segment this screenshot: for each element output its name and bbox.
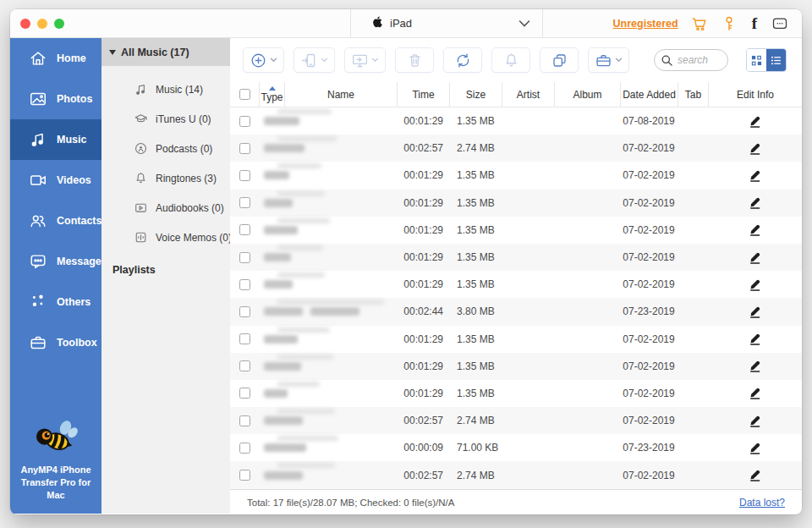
library-item-label: Audiobooks (0) [156, 202, 224, 214]
table-row[interactable]: 00:02:572.74 MB07-02-2019 [230, 461, 802, 488]
table-row[interactable]: 00:01:291.35 MB07-02-2019 [230, 271, 802, 298]
edit-info-button[interactable] [749, 360, 761, 372]
table-row[interactable]: 00:01:291.35 MB07-08-2019 [230, 107, 802, 135]
sidebar-item-others[interactable]: Others [10, 282, 102, 322]
table-row[interactable]: 00:01:291.35 MB07-02-2019 [230, 162, 802, 189]
export-to-computer-button[interactable] [344, 47, 386, 73]
table-row[interactable]: 00:01:291.35 MB07-02-2019 [230, 380, 802, 407]
row-checkbox[interactable] [239, 143, 250, 154]
column-header-date-added[interactable]: Date Added [620, 82, 678, 107]
add-button[interactable] [243, 47, 284, 73]
edit-info-button[interactable] [749, 223, 761, 236]
library-item-audiobooks[interactable]: Audiobooks (0) [102, 193, 230, 223]
date-added-cell: 07-02-2019 [620, 360, 678, 372]
photos-icon [29, 90, 47, 108]
date-added-cell: 07-02-2019 [620, 333, 678, 345]
select-all-checkbox[interactable] [239, 89, 250, 100]
library-item-ringtones[interactable]: Ringtones (3) [102, 163, 230, 193]
table-row[interactable]: 00:01:291.35 MB07-02-2019 [230, 326, 802, 353]
sidebar-item-videos[interactable]: Videos [10, 160, 102, 201]
device-selector[interactable]: iPad [350, 9, 543, 37]
library-item-itunes[interactable]: iTunes U (0) [102, 104, 230, 134]
column-header-name[interactable]: Name [284, 82, 397, 107]
row-checkbox[interactable] [239, 360, 250, 371]
sidebar-item-music[interactable]: Music [10, 119, 102, 160]
videos-icon [29, 171, 47, 190]
sidebar-item-home[interactable]: Home [10, 38, 102, 79]
export-to-device-button[interactable] [294, 47, 335, 73]
time-cell: 00:02:57 [397, 415, 449, 426]
edit-info-button[interactable] [749, 278, 761, 291]
row-checkbox[interactable] [239, 252, 250, 263]
delete-button[interactable] [395, 47, 434, 73]
close-window-button[interactable] [20, 19, 30, 29]
zoom-window-button[interactable] [54, 19, 64, 29]
row-checkbox[interactable] [239, 443, 250, 454]
edit-info-button[interactable] [749, 333, 761, 345]
edit-info-button[interactable] [749, 142, 761, 155]
table-row[interactable]: 00:01:291.35 MB07-02-2019 [230, 244, 802, 271]
edit-info-button[interactable] [749, 196, 761, 209]
row-checkbox[interactable] [239, 116, 250, 127]
column-header-size[interactable]: Size [449, 82, 502, 107]
column-header-time[interactable]: Time [397, 82, 449, 107]
table-row[interactable]: 00:01:291.35 MB07-02-2019 [230, 190, 802, 217]
edit-info-button[interactable] [749, 387, 761, 399]
row-checkbox-cell [230, 116, 259, 127]
toolbox-button[interactable] [588, 47, 629, 73]
sidebar-item-photos[interactable]: Photos [10, 79, 102, 119]
ringtone-maker-button[interactable] [491, 47, 530, 73]
sidebar-item-messages[interactable]: Messages [10, 241, 102, 282]
list-view-button[interactable] [766, 49, 786, 71]
edit-info-cell [708, 333, 802, 345]
row-checkbox[interactable] [239, 224, 250, 235]
row-checkbox[interactable] [239, 470, 250, 481]
row-checkbox[interactable] [239, 197, 250, 208]
library-item-voice[interactable]: Voice Memos (0) [102, 223, 230, 252]
edit-info-button[interactable] [749, 169, 761, 182]
table-row[interactable]: 00:01:291.35 MB07-02-2019 [230, 217, 802, 244]
library-item-podcasts[interactable]: Podcasts (0) [102, 134, 230, 163]
column-header-artist[interactable]: Artist [502, 82, 554, 107]
table-row[interactable]: 00:02:443.80 MB07-23-2019 [230, 298, 802, 325]
row-checkbox[interactable] [239, 388, 250, 399]
column-header-type[interactable]: Type [259, 82, 284, 107]
edit-info-button[interactable] [749, 442, 761, 454]
table-row[interactable]: 00:02:572.74 MB07-02-2019 [230, 135, 802, 162]
unregistered-link[interactable]: Unregistered [613, 18, 678, 30]
key-icon[interactable] [721, 15, 738, 32]
row-checkbox[interactable] [239, 306, 250, 317]
library-item-music[interactable]: Music (14) [102, 74, 230, 104]
date-added-cell: 07-02-2019 [620, 197, 678, 209]
redacted-name-segment [264, 171, 289, 179]
edit-info-cell [708, 387, 802, 399]
dedupe-button[interactable] [540, 47, 579, 73]
table-row[interactable]: 00:00:0971.00 KB07-23-2019 [230, 434, 802, 461]
data-lost-link[interactable]: Data lost? [739, 497, 785, 509]
edit-info-button[interactable] [749, 415, 761, 427]
edit-info-button[interactable] [749, 115, 761, 128]
table-row[interactable]: 00:02:572.74 MB07-02-2019 [230, 407, 802, 434]
edit-info-button[interactable] [749, 305, 761, 318]
size-cell: 71.00 KB [449, 442, 502, 454]
sidebar-item-contacts[interactable]: Contacts [10, 201, 102, 241]
column-header-tab[interactable]: Tab [678, 82, 708, 107]
row-checkbox[interactable] [239, 170, 250, 181]
refresh-button[interactable] [443, 47, 482, 73]
row-checkbox[interactable] [239, 415, 250, 426]
sidebar-item-toolbox[interactable]: Toolbox [10, 322, 102, 363]
grid-view-button[interactable] [747, 49, 766, 71]
row-checkbox[interactable] [239, 279, 250, 290]
row-checkbox[interactable] [239, 333, 250, 344]
column-header-edit-info[interactable]: Edit Info [708, 82, 802, 107]
cart-icon[interactable] [691, 15, 708, 32]
facebook-icon[interactable]: f [750, 15, 759, 31]
table-row[interactable]: 00:01:291.35 MB07-02-2019 [230, 353, 802, 380]
feedback-icon[interactable] [771, 15, 788, 32]
app-name: AnyMP4 iPhone Transfer Pro for Mac [17, 464, 95, 502]
edit-info-button[interactable] [749, 469, 761, 481]
minimize-window-button[interactable] [37, 19, 47, 29]
library-group-all-music[interactable]: All Music (17) [102, 38, 230, 66]
edit-info-button[interactable] [749, 251, 761, 264]
column-header-album[interactable]: Album [554, 82, 620, 107]
